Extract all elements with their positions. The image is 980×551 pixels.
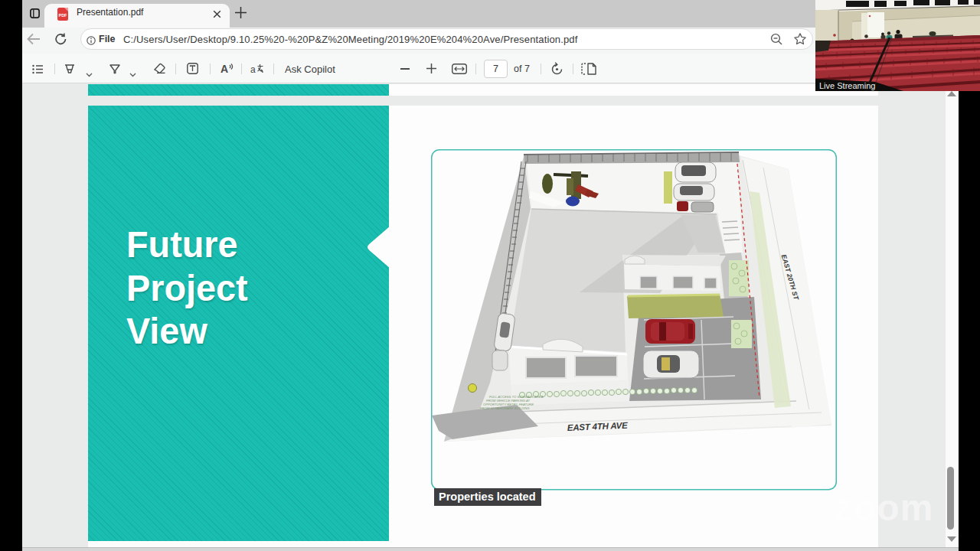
svg-text:a: a (250, 64, 256, 75)
svg-text:PDF: PDF (59, 13, 67, 18)
svg-text:FROM 12 HARDWARE BUILDING: FROM 12 HARDWARE BUILDING (480, 406, 530, 410)
svg-text:Live Streaming: Live Streaming (819, 81, 875, 90)
svg-text:A: A (220, 63, 228, 75)
